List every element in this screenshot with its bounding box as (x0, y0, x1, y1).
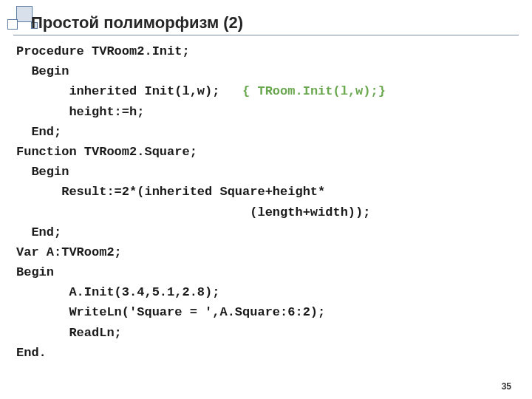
code-line: Function TVRoom2.Square; (16, 145, 197, 159)
code-line: Result:=2*(inherited Square+height* (16, 185, 325, 199)
code-line: Var A:TVRoom2; (16, 245, 122, 259)
title-underline (13, 35, 519, 35)
page-number: 35 (502, 381, 511, 392)
code-line: Begin (16, 165, 69, 179)
code-block: Procedure TVRoom2.Init; Begin inherited … (16, 41, 516, 363)
deco-square (16, 6, 33, 22)
code-line: WriteLn('Square = ',A.Square:6:2); (16, 305, 325, 319)
code-line: (length+width)); (16, 205, 370, 219)
code-line: End. (16, 346, 47, 360)
code-line: height:=h; (16, 105, 144, 119)
code-comment: { TRoom.Init(l,w);} (242, 84, 386, 98)
code-line: ReadLn; (16, 326, 122, 340)
code-line: Begin (16, 265, 54, 279)
code-line: End; (16, 225, 61, 239)
deco-square (7, 19, 18, 30)
slide-title: Простой полиморфизм (2) (31, 13, 243, 33)
code-line: End; (16, 125, 61, 139)
code-line: inherited Init(l,w); (16, 84, 242, 98)
code-line: Begin (16, 64, 69, 78)
code-line: A.Init(3.4,5.1,2.8); (16, 285, 219, 299)
code-line: Procedure TVRoom2.Init; (16, 44, 190, 58)
